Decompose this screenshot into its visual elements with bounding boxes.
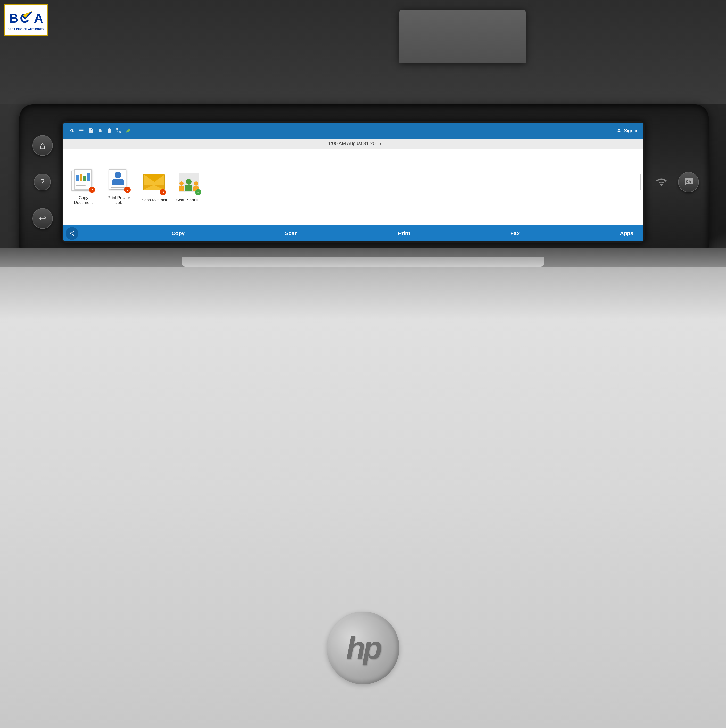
- panel-right-button[interactable]: [678, 172, 699, 193]
- copy-arrow-badge: [89, 187, 95, 193]
- person-icon: [616, 128, 622, 133]
- help-button[interactable]: ?: [34, 173, 51, 191]
- printer-top: [0, 0, 726, 104]
- signin-area[interactable]: Sign in: [616, 128, 639, 133]
- trash-icon: [107, 127, 112, 134]
- apps-nav-button[interactable]: Apps: [613, 227, 640, 240]
- scan-sharepoint-icon: [177, 171, 202, 196]
- scan-sharepoint-label: Scan ShareP...: [176, 198, 203, 203]
- nfc-icon: [684, 177, 694, 187]
- home-button[interactable]: ⌂: [32, 135, 53, 156]
- logo-tagline: BEST CHOICE AUTHORITY: [8, 28, 45, 31]
- copy-document-icon: [71, 169, 96, 193]
- header-icons-group: [68, 127, 131, 134]
- wireless-icon: [656, 176, 668, 188]
- wireless-indicator: [651, 171, 673, 193]
- touchscreen-container: Sign in 11:00 AM August 31 2015: [62, 121, 645, 243]
- paper-tray-top: [399, 10, 526, 63]
- back-button[interactable]: ↩: [32, 208, 53, 229]
- signin-label[interactable]: Sign in: [624, 128, 639, 133]
- touchscreen: Sign in 11:00 AM August 31 2015: [63, 122, 643, 242]
- hp-logo-container: hp: [327, 612, 399, 684]
- leaf-icon: [125, 127, 131, 134]
- checkmark-icon: [20, 9, 34, 22]
- share-icon: [69, 230, 75, 237]
- logo-b: B: [9, 11, 18, 26]
- app-icon-copy-document[interactable]: Copy Document: [68, 168, 99, 207]
- logo-a: A: [34, 11, 43, 26]
- screen-nav-bar: Copy Scan Print Fax Apps: [63, 225, 643, 242]
- hp-logo-circle: hp: [327, 612, 399, 684]
- screen-header: Sign in: [63, 122, 643, 139]
- copy-nav-button[interactable]: Copy: [164, 227, 192, 240]
- fax-nav-button[interactable]: Fax: [503, 227, 527, 240]
- app-icon-scan-email[interactable]: Scan to Email: [139, 170, 170, 204]
- print-private-icon: [107, 169, 131, 193]
- scan-nav-button[interactable]: Scan: [278, 227, 305, 240]
- panel-left-buttons: ⌂ ? ↩: [29, 126, 56, 238]
- print-nav-button[interactable]: Print: [391, 227, 417, 240]
- ink-icon: [97, 127, 103, 134]
- screen-main-content: Copy Document: [63, 149, 643, 225]
- logo-container: B C A BEST CHOICE AUTHORITY: [5, 5, 48, 36]
- scan-email-label: Scan to Email: [142, 198, 167, 203]
- share-button[interactable]: [66, 227, 78, 240]
- app-icon-print-private[interactable]: Print Private Job: [103, 168, 135, 207]
- network-icon: [78, 127, 85, 134]
- copy-document-label: Copy Document: [69, 195, 98, 205]
- datetime-bar: 11:00 AM August 31 2015: [63, 139, 643, 149]
- print-private-label: Print Private Job: [105, 195, 133, 205]
- control-panel-bezel: ⌂ ? ↩: [20, 104, 709, 260]
- phone-icon: [116, 127, 122, 134]
- paper-tray-ridge: [182, 257, 544, 267]
- document-icon: [88, 127, 94, 134]
- scroll-indicator: [640, 173, 641, 191]
- settings-icon[interactable]: [68, 127, 75, 134]
- datetime-text: 11:00 AM August 31 2015: [326, 141, 381, 146]
- scan-email-icon: [142, 171, 167, 196]
- app-icon-scan-sharepoint[interactable]: Scan ShareP...: [174, 170, 206, 204]
- hp-logo-text: hp: [346, 630, 380, 666]
